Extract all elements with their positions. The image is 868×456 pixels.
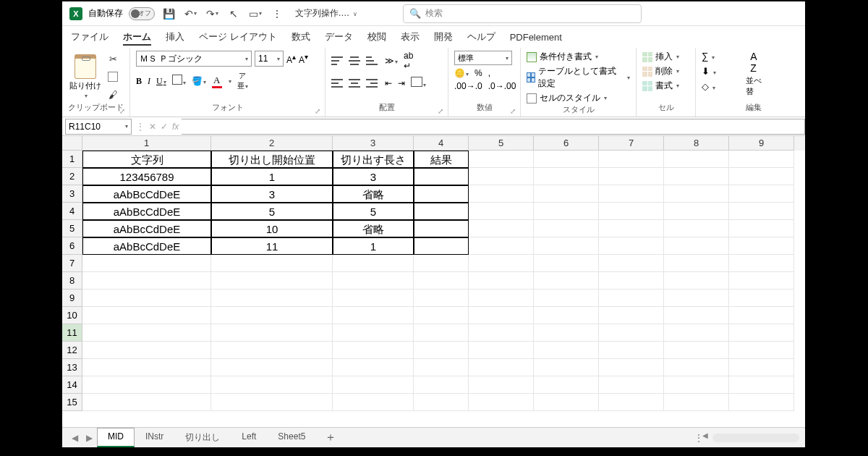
cut-icon[interactable]: ✂ <box>106 53 120 66</box>
cell[interactable] <box>729 151 794 168</box>
cell-styles-button[interactable]: セルのスタイル ▾ <box>527 92 630 104</box>
cell[interactable] <box>469 203 534 220</box>
screen-icon[interactable]: ▭▾ <box>247 6 263 22</box>
cell[interactable] <box>534 151 599 168</box>
column-header[interactable]: 2 <box>211 136 333 151</box>
cell[interactable] <box>664 307 729 324</box>
cell[interactable] <box>664 342 729 359</box>
cell[interactable] <box>534 290 599 307</box>
cell[interactable]: 10 <box>211 220 333 237</box>
cell[interactable] <box>333 376 414 394</box>
row-header[interactable]: 9 <box>62 290 82 307</box>
cell[interactable]: 1 <box>333 237 414 255</box>
cell[interactable]: 11 <box>211 237 333 255</box>
cell[interactable] <box>664 324 729 342</box>
sheet-tab[interactable]: MID <box>97 428 135 447</box>
cell[interactable] <box>664 168 729 185</box>
enter-icon[interactable]: ✓ <box>161 122 168 132</box>
cell[interactable] <box>534 359 599 376</box>
cell[interactable] <box>414 290 469 307</box>
cell[interactable] <box>534 237 599 255</box>
cell[interactable]: 123456789 <box>82 168 211 185</box>
row-header[interactable]: 15 <box>62 394 82 411</box>
cell[interactable] <box>664 376 729 394</box>
tab-formulas[interactable]: 数式 <box>292 29 310 45</box>
cell[interactable] <box>599 376 664 394</box>
cell[interactable]: 切り出す長さ <box>333 151 414 168</box>
search-box[interactable]: 🔍 検索 <box>403 4 642 23</box>
cell[interactable] <box>469 376 534 394</box>
column-header[interactable]: 4 <box>414 136 469 151</box>
row-header[interactable]: 12 <box>62 342 82 359</box>
sheet-tab[interactable]: Sheet5 <box>267 428 316 447</box>
number-format-select[interactable]: 標準▾ <box>454 51 512 65</box>
cell[interactable] <box>414 255 469 272</box>
cell[interactable] <box>82 255 211 272</box>
align-top-icon[interactable] <box>331 56 343 65</box>
fill-color-button[interactable]: 🪣▾ <box>192 76 206 87</box>
cell[interactable] <box>211 359 333 376</box>
cell[interactable] <box>534 324 599 342</box>
cell[interactable] <box>333 272 414 290</box>
column-header[interactable]: 5 <box>469 136 534 151</box>
tab-help[interactable]: ヘルプ <box>467 29 495 45</box>
decrease-indent-icon[interactable]: ⇤ <box>385 78 392 88</box>
cell[interactable]: 切り出し開始位置 <box>211 151 333 168</box>
cell[interactable]: 5 <box>211 203 333 220</box>
format-as-table-button[interactable]: テーブルとして書式設定 ▾ <box>527 65 630 90</box>
autosave-toggle[interactable]: オフ <box>129 7 155 20</box>
decrease-font-icon[interactable]: A▾ <box>299 53 308 65</box>
increase-decimal-icon[interactable]: .00→.0 <box>454 81 482 91</box>
cell[interactable] <box>599 203 664 220</box>
cell[interactable] <box>599 220 664 237</box>
cell[interactable] <box>82 376 211 394</box>
cell[interactable] <box>469 394 534 411</box>
cell[interactable] <box>469 359 534 376</box>
cell[interactable] <box>82 324 211 342</box>
sheet-nav-prev-icon[interactable]: ◀ <box>68 433 81 443</box>
cell[interactable] <box>414 307 469 324</box>
insert-cells-button[interactable]: 挿入 ▾ <box>642 51 689 63</box>
column-header[interactable]: 8 <box>664 136 729 151</box>
dialog-launcher-icon[interactable]: ⤢ <box>315 107 320 115</box>
cursor-icon[interactable]: ↖ <box>226 6 242 22</box>
cell[interactable]: 1 <box>211 168 333 185</box>
format-painter-icon[interactable]: 🖌 <box>105 87 120 101</box>
formula-bar[interactable] <box>182 119 805 135</box>
row-header[interactable]: 3 <box>62 185 82 203</box>
cell[interactable]: aAbBcCdDeE <box>82 220 211 237</box>
tab-insert[interactable]: 挿入 <box>166 29 184 45</box>
cell[interactable] <box>729 185 794 203</box>
cell[interactable] <box>729 342 794 359</box>
horizontal-scrollbar[interactable] <box>712 434 799 442</box>
cell[interactable] <box>414 168 469 185</box>
cell[interactable] <box>82 290 211 307</box>
more-qa-icon[interactable]: ⋮ <box>269 6 285 22</box>
column-header[interactable]: 9 <box>729 136 794 151</box>
cell[interactable] <box>333 342 414 359</box>
name-box[interactable]: R11C10▾ <box>65 119 132 135</box>
row-header[interactable]: 11 <box>62 324 82 342</box>
cell[interactable] <box>664 237 729 255</box>
font-name-select[interactable]: ＭＳ Ｐゴシック▾ <box>136 51 252 67</box>
cell[interactable] <box>729 237 794 255</box>
cell[interactable]: 省略 <box>333 185 414 203</box>
row-header[interactable]: 10 <box>62 307 82 324</box>
file-name[interactable]: 文字列操作.… ∨ <box>295 7 357 20</box>
row-header[interactable]: 7 <box>62 255 82 272</box>
cell[interactable] <box>469 342 534 359</box>
redo-icon[interactable]: ↷▾ <box>204 6 220 22</box>
cell[interactable] <box>729 255 794 272</box>
dialog-launcher-icon[interactable]: ⤢ <box>438 107 443 115</box>
cell[interactable] <box>534 185 599 203</box>
cell[interactable]: 3 <box>333 168 414 185</box>
cell[interactable] <box>469 220 534 237</box>
cell[interactable] <box>534 220 599 237</box>
cell[interactable]: 文字列 <box>82 151 211 168</box>
cell[interactable] <box>469 151 534 168</box>
cell[interactable] <box>599 237 664 255</box>
sheet-nav-next-icon[interactable]: ▶ <box>82 433 95 443</box>
fill-button[interactable]: ⬇ ▾ <box>702 66 716 77</box>
merge-button[interactable]: ▾ <box>411 77 426 89</box>
cell[interactable] <box>414 394 469 411</box>
